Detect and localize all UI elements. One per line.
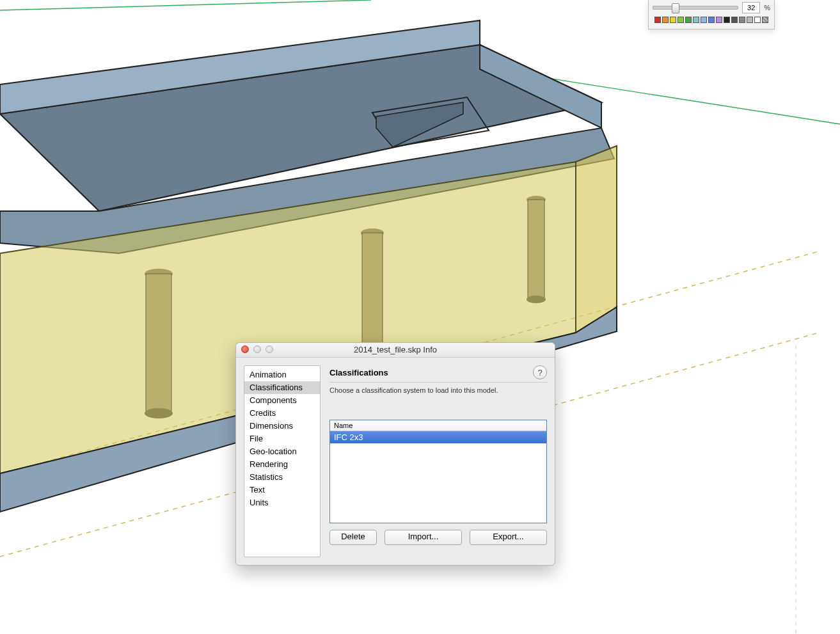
zoom-icon[interactable] xyxy=(265,345,273,353)
color-swatch[interactable] xyxy=(693,17,699,23)
color-swatch[interactable] xyxy=(678,17,684,23)
sidebar-item-text[interactable]: Text xyxy=(244,484,320,496)
opacity-slider-knob[interactable] xyxy=(672,3,679,13)
dialog-titlebar[interactable]: 2014_test_file.skp Info xyxy=(236,343,555,358)
color-swatch[interactable] xyxy=(685,17,692,23)
sidebar-item-dimensions[interactable]: Dimensions xyxy=(244,420,320,432)
color-swatch[interactable] xyxy=(701,17,707,23)
color-swatch[interactable] xyxy=(747,17,753,23)
close-icon[interactable] xyxy=(241,345,249,353)
sidebar-item-components[interactable]: Components xyxy=(244,394,320,407)
classifications-panel: Classifications ? Choose a classificatio… xyxy=(329,365,547,557)
import-button[interactable]: Import... xyxy=(384,530,462,545)
model-info-sidebar: AnimationClassificationsComponentsCredit… xyxy=(244,365,321,557)
window-traffic-lights xyxy=(241,345,273,353)
materials-opacity-palette: 32 % xyxy=(648,0,775,29)
color-swatch[interactable] xyxy=(662,17,669,23)
sidebar-item-units[interactable]: Units xyxy=(244,496,320,509)
color-swatch[interactable] xyxy=(654,17,661,23)
color-swatches xyxy=(654,17,768,23)
panel-title: Classifications xyxy=(329,368,388,377)
sidebar-item-classifications[interactable]: Classifications xyxy=(244,381,320,394)
svg-point-16 xyxy=(145,408,173,418)
opacity-unit-label: % xyxy=(764,4,770,12)
sidebar-item-animation[interactable]: Animation xyxy=(244,369,320,381)
opacity-value-field[interactable]: 32 xyxy=(742,2,760,13)
color-swatch[interactable] xyxy=(708,17,715,23)
delete-button[interactable]: Delete xyxy=(329,530,377,545)
sidebar-item-file[interactable]: File xyxy=(244,432,320,445)
color-swatch[interactable] xyxy=(724,17,730,23)
sidebar-item-statistics[interactable]: Statistics xyxy=(244,471,320,484)
svg-rect-15 xyxy=(146,274,171,413)
color-swatch[interactable] xyxy=(754,17,761,23)
dialog-title: 2014_test_file.skp Info xyxy=(354,345,437,354)
classification-list[interactable]: Name IFC 2x3 xyxy=(329,420,547,523)
panel-description: Choose a classification system to load i… xyxy=(329,386,547,394)
color-swatch[interactable] xyxy=(731,17,738,23)
svg-rect-21 xyxy=(528,200,544,299)
sidebar-item-credits[interactable]: Credits xyxy=(244,407,320,420)
export-button[interactable]: Export... xyxy=(470,530,547,545)
classification-row[interactable]: IFC 2x3 xyxy=(330,431,546,443)
svg-marker-12 xyxy=(576,146,617,333)
color-swatch[interactable] xyxy=(739,17,745,23)
model-info-dialog: 2014_test_file.skp Info AnimationClassif… xyxy=(235,342,555,566)
color-swatch[interactable] xyxy=(670,17,676,23)
sidebar-item-geo-location[interactable]: Geo-location xyxy=(244,445,320,458)
svg-rect-18 xyxy=(362,233,383,349)
opacity-slider[interactable] xyxy=(653,6,738,10)
list-header-name[interactable]: Name xyxy=(330,420,546,431)
help-icon[interactable]: ? xyxy=(533,365,547,379)
color-swatch[interactable] xyxy=(762,17,768,23)
svg-point-22 xyxy=(527,296,546,303)
color-swatch[interactable] xyxy=(716,17,722,23)
sidebar-item-rendering[interactable]: Rendering xyxy=(244,458,320,471)
minimize-icon[interactable] xyxy=(253,345,261,353)
svg-line-0 xyxy=(0,0,371,10)
